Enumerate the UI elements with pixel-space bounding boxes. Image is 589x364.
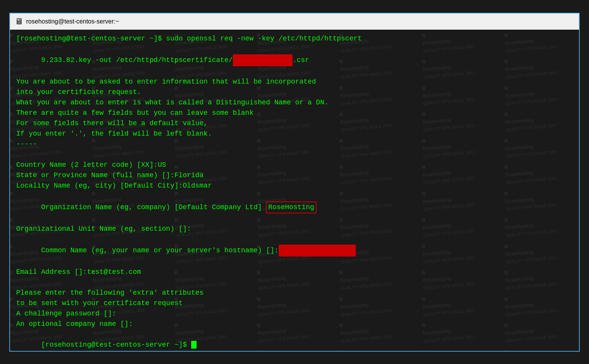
terminal-line: into your certificate request. xyxy=(16,87,573,97)
terminal-line: If you enter '.', the field will be left… xyxy=(16,129,573,139)
terminal-line: What you are about to enter is what is c… xyxy=(16,97,573,108)
cursor xyxy=(191,341,197,349)
terminal-line-org: Organization Name (eg, company) [Default… xyxy=(16,191,573,224)
terminal-line: A challenge password []: xyxy=(16,309,573,319)
terminal-line: to be sent with your certificate request xyxy=(16,298,573,309)
terminal-body[interactable]: (function(){ const wc = document.querySe… xyxy=(10,30,579,351)
terminal-line: For some fields there will be a default … xyxy=(16,118,573,129)
terminal-line: Locality Name (eg, city) [Default City]:… xyxy=(16,181,573,191)
terminal-line-common: Common Name (eg, your name or your serve… xyxy=(16,234,573,267)
terminal-line xyxy=(16,277,573,288)
redacted-ip-2: 155.155.155.52 xyxy=(279,245,356,257)
terminal-line xyxy=(16,149,573,160)
terminal-line: You are about to be asked to enter infor… xyxy=(16,77,573,87)
terminal-line: [rosehosting@test-centos-server ~]$ sudo… xyxy=(16,34,573,44)
terminal-prompt: [rosehosting@test-centos-server ~]$ xyxy=(16,329,573,351)
terminal-line: An optional company name []: xyxy=(16,319,573,329)
terminal-line: 9.233.82.key -out /etc/httpd/httpscertif… xyxy=(16,44,573,77)
titlebar: 🖥 rosehosting@test-centos-server:~ xyxy=(10,13,579,30)
window-title: rosehosting@test-centos-server:~ xyxy=(26,18,119,25)
terminal-window: 🖥 rosehosting@test-centos-server:~ (func… xyxy=(9,13,580,352)
terminal-line: ----- xyxy=(16,139,573,149)
redacted-ip-1: 155.155.155.52 xyxy=(233,54,293,66)
terminal-line: State or Province Name (full name) []:Fl… xyxy=(16,170,573,181)
window-icon: 🖥 xyxy=(15,17,23,26)
terminal-line: Organizational Unit Name (eg, section) [… xyxy=(16,224,573,234)
terminal-line: Email Address []:test@test.com xyxy=(16,267,573,277)
terminal-line: There are quite a few fields but you can… xyxy=(16,108,573,118)
org-highlight: RoseHosting xyxy=(266,201,316,213)
terminal-line: Country Name (2 letter code) [XX]:US xyxy=(16,160,573,170)
terminal-line: Please enter the following 'extra' attri… xyxy=(16,288,573,298)
